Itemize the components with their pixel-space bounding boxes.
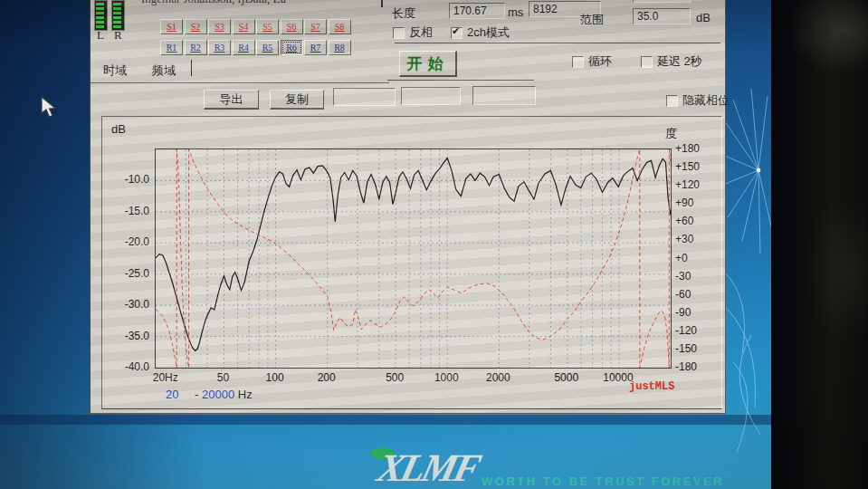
response-button-r1[interactable]: R1 — [160, 40, 183, 55]
left-axis-title: dB — [111, 122, 126, 136]
response-button-r6[interactable]: R6 — [281, 40, 303, 55]
magnitude_db-curve — [156, 158, 671, 351]
axis-tick-label: +120 — [675, 178, 717, 191]
meter-label-left: L — [97, 28, 104, 43]
copy-button[interactable]: 复制 — [270, 90, 324, 110]
separator — [91, 82, 389, 83]
two-ch-checkbox-label: 2ch模式 — [467, 24, 510, 41]
axis-tick-label: -120 — [675, 324, 717, 337]
start-button[interactable]: 开始 — [399, 51, 457, 77]
length-label: 长度 — [392, 5, 415, 22]
axis-tick-label: -20.0 — [102, 235, 149, 248]
mouse-cursor — [40, 96, 60, 120]
wallpaper-slogan: WORTH TO BE TRUST FOREVER — [482, 475, 724, 488]
axis-tick-label: -180 — [675, 360, 717, 373]
frequency-response-plot — [155, 149, 672, 369]
tab-freq-domain[interactable]: 频域 — [147, 62, 181, 80]
hide-phase-checkbox-box[interactable] — [666, 95, 678, 107]
axis-tick-label: -90 — [675, 306, 717, 319]
signal-button-s1[interactable]: S1 — [160, 19, 183, 34]
export-button[interactable]: 导出 — [204, 90, 259, 110]
delay-checkbox-label: 延迟 2秒 — [657, 53, 702, 70]
axis-tick-label: -30 — [675, 270, 717, 283]
axis-tick-label: +30 — [675, 233, 717, 245]
level-meter-right — [111, 0, 125, 31]
meter-segment — [96, 3, 104, 5]
axis-tick-label: -150 — [675, 342, 717, 355]
meter-segment — [96, 21, 104, 24]
chart-svg — [156, 149, 671, 368]
invert-checkbox[interactable]: 反相 — [393, 24, 433, 41]
two-ch-checkbox-box[interactable] — [451, 27, 463, 39]
cut-top-unit: dB — [696, 0, 711, 3]
axis-tick-label: -25.0 — [102, 267, 149, 280]
level-meter: L R — [94, 0, 127, 29]
right-axis-title: 度 — [665, 126, 677, 142]
axis-tick-label: 5000 — [554, 371, 578, 384]
response-button-r2[interactable]: R2 — [185, 40, 207, 55]
length-input[interactable]: 170.67 — [449, 3, 505, 19]
signal-button-s3[interactable]: S3 — [208, 19, 231, 34]
length-unit: ms — [508, 5, 523, 19]
chart-panel: dB 度 20 - 20000 Hz justMLS -10.0-15.0-20… — [101, 116, 722, 409]
response-button-r8[interactable]: R8 — [329, 40, 351, 55]
r-button-row: R1R2R3R4R5R6R7R8 — [160, 40, 355, 56]
s-button-row: S1S2S3S4S5S6S7S8 — [160, 19, 355, 35]
axis-tick-label: -35.0 — [102, 330, 149, 342]
frequency-range-text: 20 - 20000 Hz — [166, 388, 253, 401]
signal-button-s2[interactable]: S2 — [185, 19, 207, 34]
aux-input-3[interactable] — [472, 86, 536, 105]
tab-time-domain[interactable]: 时域 — [98, 62, 132, 80]
range-unit-label: Hz — [238, 388, 253, 401]
axis-tick-label: +0 — [675, 252, 717, 264]
wallpaper-stripe — [0, 415, 775, 425]
meter-label-right: R — [114, 28, 122, 43]
signal-button-s6[interactable]: S6 — [281, 19, 303, 34]
response-button-r7[interactable]: R7 — [304, 40, 327, 55]
signal-button-s7[interactable]: S7 — [304, 19, 327, 34]
range-dash: - — [182, 388, 198, 401]
signal-button-s4[interactable]: S4 — [233, 19, 255, 34]
delay-checkbox[interactable]: 延迟 2秒 — [641, 53, 702, 70]
delay-checkbox-box[interactable] — [641, 56, 653, 68]
caret-fragment — [381, 0, 383, 7]
brand-justmls: justMLS — [629, 380, 674, 393]
axis-tick-label: +150 — [675, 160, 717, 173]
range-input[interactable]: 35.0 — [633, 8, 691, 24]
response-button-r3[interactable]: R3 — [208, 40, 231, 55]
invert-checkbox-box[interactable] — [393, 27, 405, 39]
aux-input-2[interactable] — [401, 87, 461, 105]
loop-checkbox-box[interactable] — [572, 56, 584, 68]
range-to: 20000 — [202, 388, 234, 401]
axis-tick-label: +60 — [675, 215, 717, 227]
axis-tick-label: 2000 — [486, 371, 510, 384]
response-button-r4[interactable]: R4 — [233, 40, 255, 55]
app-window: Ingemar Johansson, fjData, Lu L R S1S2S3… — [90, 0, 726, 414]
two-ch-checkbox[interactable]: 2ch模式 — [451, 24, 510, 41]
signal-button-s8[interactable]: S8 — [329, 19, 351, 34]
phase_deg-curve — [156, 149, 671, 368]
cut-top-input[interactable] — [633, 0, 691, 3]
invert-checkbox-label: 反相 — [409, 24, 433, 41]
level-meter-left — [94, 0, 108, 31]
axis-tick-label: -60 — [675, 288, 717, 301]
axis-tick-label: -30.0 — [102, 298, 149, 311]
logo-text: XLMF — [373, 446, 483, 489]
aux-input-1[interactable] — [333, 88, 396, 106]
loop-checkbox-label: 循环 — [588, 53, 612, 70]
axis-tick-label: 100 — [266, 371, 284, 384]
separator — [387, 80, 534, 81]
axis-tick-label: -15.0 — [102, 205, 149, 217]
tab-caret — [191, 60, 192, 76]
separator — [395, 43, 720, 43]
axis-tick-label: 200 — [318, 371, 336, 384]
axis-tick-label: -10.0 — [102, 173, 149, 186]
axis-tick-label: 10000 — [603, 371, 633, 384]
meter-segment — [113, 16, 121, 19]
response-button-r5[interactable]: R5 — [256, 40, 279, 55]
meter-segment — [96, 12, 104, 14]
signal-button-s5[interactable]: S5 — [256, 19, 279, 34]
hide-phase-checkbox[interactable]: 隐藏相位 — [666, 92, 730, 109]
meter-segment — [113, 21, 121, 24]
loop-checkbox[interactable]: 循环 — [572, 53, 612, 70]
